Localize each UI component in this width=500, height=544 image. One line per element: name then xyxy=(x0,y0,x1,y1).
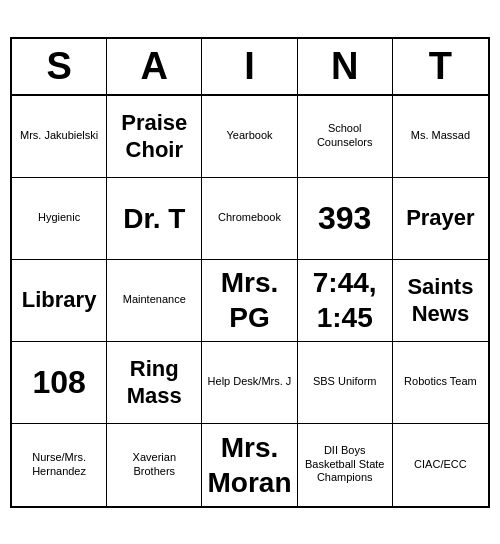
grid-cell: Yearbook xyxy=(202,96,297,178)
grid-cell: School Counselors xyxy=(298,96,393,178)
header-letter: I xyxy=(202,39,297,94)
header-letter: A xyxy=(107,39,202,94)
grid-cell: Mrs. Moran xyxy=(202,424,297,506)
grid-cell: CIAC/ECC xyxy=(393,424,488,506)
header-letter: T xyxy=(393,39,488,94)
grid-cell: Mrs. Jakubielski xyxy=(12,96,107,178)
grid-cell: Saints News xyxy=(393,260,488,342)
grid-cell: Help Desk/Mrs. J xyxy=(202,342,297,424)
grid-cell: Praise Choir xyxy=(107,96,202,178)
header-letter: S xyxy=(12,39,107,94)
grid-cell: Ms. Massad xyxy=(393,96,488,178)
grid-cell: Dr. T xyxy=(107,178,202,260)
grid-cell: Ring Mass xyxy=(107,342,202,424)
header-letter: N xyxy=(298,39,393,94)
grid-cell: Robotics Team xyxy=(393,342,488,424)
bingo-card: SAINT Mrs. JakubielskiPraise ChoirYearbo… xyxy=(10,37,490,508)
grid-cell: Mrs. PG xyxy=(202,260,297,342)
grid-cell: Prayer xyxy=(393,178,488,260)
bingo-header: SAINT xyxy=(12,39,488,96)
grid-cell: DII Boys Basketball State Champions xyxy=(298,424,393,506)
grid-cell: Library xyxy=(12,260,107,342)
grid-cell: Xaverian Brothers xyxy=(107,424,202,506)
grid-cell: 7:44, 1:45 xyxy=(298,260,393,342)
grid-cell: Maintenance xyxy=(107,260,202,342)
grid-cell: Chromebook xyxy=(202,178,297,260)
grid-cell: Nurse/Mrs. Hernandez xyxy=(12,424,107,506)
grid-cell: SBS Uniform xyxy=(298,342,393,424)
bingo-grid: Mrs. JakubielskiPraise ChoirYearbookScho… xyxy=(12,96,488,506)
grid-cell: Hygienic xyxy=(12,178,107,260)
grid-cell: 108 xyxy=(12,342,107,424)
grid-cell: 393 xyxy=(298,178,393,260)
